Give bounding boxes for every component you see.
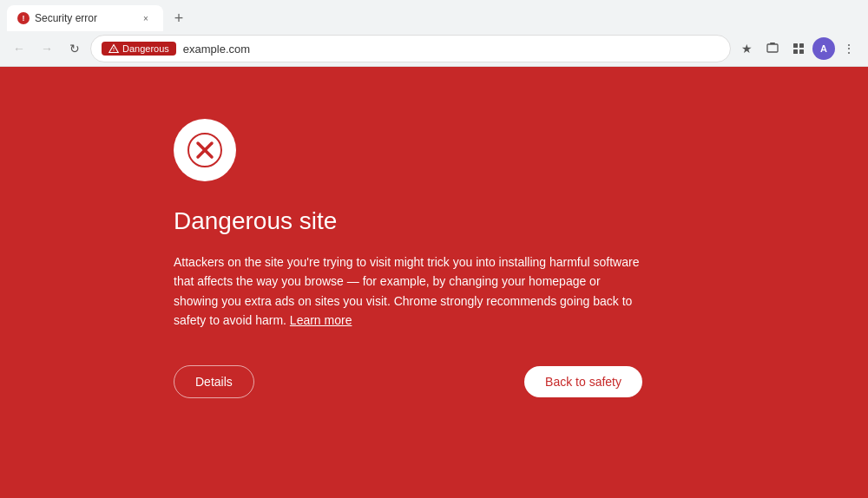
dangerous-badge-icon: ! (108, 43, 119, 54)
danger-buttons: Details Back to safety (174, 365, 642, 398)
forward-button[interactable]: → (35, 36, 59, 61)
svg-rect-6 (793, 49, 798, 54)
avatar[interactable]: A (812, 37, 835, 60)
dangerous-badge: ! Dangerous (102, 42, 176, 56)
tab-favicon: ! (17, 12, 30, 24)
back-to-safety-button[interactable]: Back to safety (524, 366, 642, 397)
svg-rect-4 (793, 43, 798, 48)
toolbar: ← → ↻ ! Dangerous example.com ★ (0, 31, 868, 66)
tab-close-button[interactable]: × (139, 11, 153, 25)
browser-chrome: ! Security error × + ← → ↻ ! Dangerous e… (0, 0, 868, 67)
svg-rect-3 (770, 43, 775, 44)
media-button[interactable] (786, 36, 811, 61)
svg-rect-7 (799, 49, 804, 54)
danger-title: Dangerous site (174, 207, 337, 235)
danger-x-icon (187, 133, 222, 167)
back-button[interactable]: ← (7, 36, 31, 61)
dangerous-badge-label: Dangerous (122, 43, 169, 54)
toolbar-actions: ★ A ⋮ (734, 36, 861, 61)
svg-text:!: ! (113, 47, 115, 52)
menu-button[interactable]: ⋮ (837, 36, 861, 61)
url-text: example.com (183, 43, 720, 56)
tab-bar: ! Security error × + (0, 0, 868, 31)
danger-page: Dangerous site Attackers on the site you… (0, 67, 868, 498)
svg-rect-5 (799, 43, 804, 48)
bookmark-button[interactable]: ★ (734, 36, 759, 61)
details-button[interactable]: Details (174, 365, 254, 398)
new-tab-button[interactable]: + (167, 6, 191, 30)
screenshot-button[interactable] (760, 36, 785, 61)
svg-rect-2 (767, 44, 778, 52)
browser-tab[interactable]: ! Security error × (7, 5, 163, 31)
danger-icon-container (174, 119, 236, 181)
danger-description: Attackers on the site you're trying to v… (174, 252, 642, 331)
media-icon (792, 42, 806, 56)
screenshot-icon (766, 42, 779, 56)
address-bar[interactable]: ! Dangerous example.com (90, 35, 731, 62)
learn-more-link[interactable]: Learn more (290, 313, 352, 327)
tab-title: Security error (35, 12, 134, 24)
reload-button[interactable]: ↻ (62, 36, 87, 61)
